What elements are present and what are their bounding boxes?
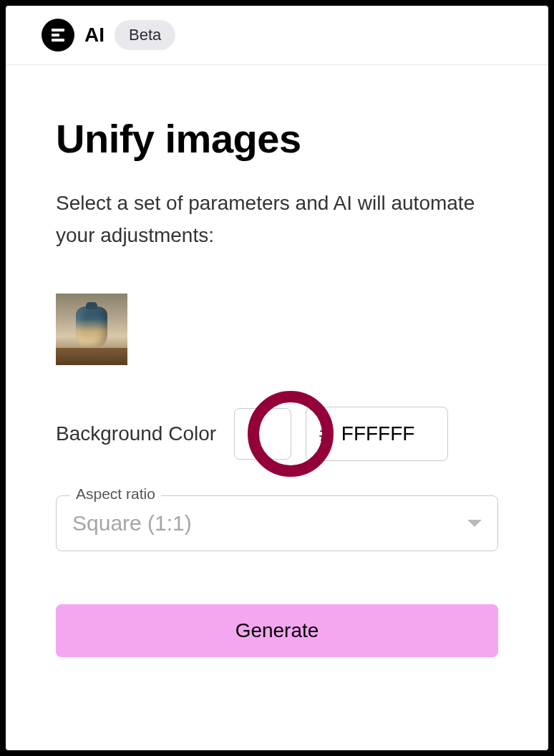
elementor-logo-icon [42, 19, 74, 52]
aspect-ratio-value: Square (1:1) [72, 511, 192, 536]
page-subtitle: Select a set of parameters and AI will a… [56, 188, 498, 252]
aspect-ratio-legend: Aspect ratio [70, 485, 161, 503]
generate-button[interactable]: Generate [56, 604, 498, 657]
hex-input-wrapper: # [306, 407, 448, 461]
hex-prefix: # [319, 422, 331, 446]
aspect-ratio-field: Aspect ratio Square (1:1) [56, 495, 498, 551]
modal-content: Unify images Select a set of parameters … [6, 65, 548, 657]
modal-header: AI Beta [6, 6, 548, 65]
aspect-ratio-select[interactable]: Square (1:1) [56, 495, 498, 551]
color-swatch[interactable] [234, 408, 291, 460]
image-thumbnail[interactable] [56, 294, 127, 365]
page-title: Unify images [56, 115, 498, 162]
background-color-row: Background Color # [56, 407, 498, 461]
hex-input[interactable] [341, 422, 434, 445]
chevron-down-icon [467, 520, 482, 527]
header-title: AI [84, 24, 105, 47]
ai-modal: AI Beta Unify images Select a set of par… [6, 6, 548, 750]
background-color-label: Background Color [56, 422, 216, 445]
beta-badge: Beta [115, 20, 175, 50]
